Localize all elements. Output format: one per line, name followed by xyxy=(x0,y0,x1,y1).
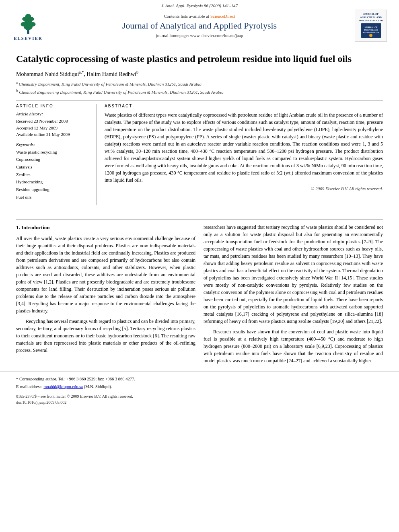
intro-heading: 1. Introduction xyxy=(16,224,195,232)
email-address[interactable]: mnahid@kfupm.edu.sa xyxy=(43,384,83,389)
keyword-2: Coprocessing xyxy=(16,156,92,163)
corresponding-author: * Corresponding author. Tel.: +966 3 860… xyxy=(16,376,383,382)
article-info: ARTICLE INFO Article history: Received 2… xyxy=(16,104,97,205)
affil-b-sup: b xyxy=(16,88,18,92)
intro-para-1: All over the world, waste plastics creat… xyxy=(16,235,195,314)
abstract-title: ABSTRACT xyxy=(105,104,383,108)
affiliations: a Chemistry Department, King Fahd Univer… xyxy=(16,80,383,95)
affil-a-text: Chemistry Department, King Fahd Universi… xyxy=(19,82,202,86)
svg-point-4 xyxy=(21,22,27,27)
body-two-col: 1. Introduction All over the world, wast… xyxy=(0,224,399,368)
svg-point-6 xyxy=(22,17,27,21)
article-title: Catalytic coprocessing of waste plastics… xyxy=(16,53,383,65)
journal-meta-line: J. Anal. Appl. Pyrolysis 86 (2009) 141–1… xyxy=(161,3,238,8)
available-date: Available online 21 May 2009 xyxy=(16,131,92,138)
received-date: Received 23 November 2008 xyxy=(16,118,92,125)
keyword-6: Residue upgrading xyxy=(16,186,92,193)
journal-homepage: journal homepage: www.elsevier.com/locat… xyxy=(52,33,347,38)
abstract-text: Waste plastics of different types were c… xyxy=(105,111,383,184)
sciencedirect-link[interactable]: ScienceDirect xyxy=(210,14,235,18)
right-para-1: researchers have suggested that tertiary… xyxy=(204,224,383,325)
affil-a-sup: a xyxy=(16,80,18,84)
elsevier-text: ELSEVIER xyxy=(14,36,43,41)
article-footer: * Corresponding author. Tel.: +966 3 860… xyxy=(0,372,399,405)
copyright-line: © 2009 Elsevier B.V. All rights reserved… xyxy=(105,186,383,191)
affil-b-text: Chemical Engineering Department, King Fa… xyxy=(19,90,223,94)
journal-logo-right: JOURNAL OF ANALYTICAL AND APPLIED PYROLY… xyxy=(355,10,387,42)
affiliation-a: a Chemistry Department, King Fahd Univer… xyxy=(16,80,383,87)
elsevier-tree-icon xyxy=(16,11,40,35)
journal-header: J. Anal. Appl. Pyrolysis 86 (2009) 141–1… xyxy=(0,0,399,43)
author-a-sup: a,* xyxy=(79,70,84,74)
right-para-2: Research results have shown that the con… xyxy=(204,328,383,364)
article-content: Catalytic coprocessing of waste plastics… xyxy=(0,49,399,213)
two-column-section: ARTICLE INFO Article history: Received 2… xyxy=(16,100,383,205)
history-label: Article history: xyxy=(16,111,92,116)
keyword-5: Hydrocracking xyxy=(16,178,92,186)
corresponding-tel: Tel.: +966 3 860 2529; fax: +966 3 860 4… xyxy=(58,377,135,381)
affiliation-b: b Chemical Engineering Department, King … xyxy=(16,88,383,95)
page-wrapper: J. Anal. Appl. Pyrolysis 86 (2009) 141–1… xyxy=(0,0,399,532)
svg-point-12 xyxy=(369,34,372,37)
article-info-title: ARTICLE INFO xyxy=(16,104,92,108)
body-divider xyxy=(16,219,383,220)
body-left-col: 1. Introduction All over the world, wast… xyxy=(16,224,195,368)
svg-point-5 xyxy=(30,22,36,27)
email-name: (M.N. Siddiqui). xyxy=(84,384,112,389)
keywords-label: Keywords: xyxy=(16,142,92,147)
body-right-col: researchers have suggested that tertiary… xyxy=(204,224,383,368)
doi-line: doi:10.1016/j.jaap.2009.05.002 xyxy=(16,399,133,405)
svg-point-7 xyxy=(30,17,34,21)
email-label: E-mail address: xyxy=(16,384,43,389)
corresponding-label: * Corresponding author. xyxy=(16,377,57,381)
keywords-block: Keywords: Waste plastic recycling Coproc… xyxy=(16,142,92,201)
contents-label: Contents lists available at xyxy=(164,14,209,18)
svg-text:APPLIED PYROLYSIS: APPLIED PYROLYSIS xyxy=(362,31,379,33)
logo-text: JOURNAL OF ANALYTICAL AND APPLIED PYROLY… xyxy=(358,13,383,22)
journal-logo-icon: JOURNAL OF ANALYTICAL AND APPLIED PYROLY… xyxy=(360,23,382,39)
svg-text:ANALYTICAL AND: ANALYTICAL AND xyxy=(364,29,378,31)
abstract-section: ABSTRACT Waste plastics of different typ… xyxy=(105,104,383,205)
issn-line: 0165-2370/$ – see front matter © 2009 El… xyxy=(16,393,133,399)
author-b-sup: b xyxy=(136,70,138,74)
article-history-block: Article history: Received 23 November 20… xyxy=(16,111,92,138)
email-line: E-mail address: mnahid@kfupm.edu.sa (M.N… xyxy=(16,384,383,390)
contents-line: Contents lists available at ScienceDirec… xyxy=(52,14,347,18)
svg-text:JOURNAL OF: JOURNAL OF xyxy=(364,26,377,29)
journal-main-title: Journal of Analytical and Applied Pyroly… xyxy=(52,20,347,32)
keywords-list: Waste plastic recycling Coprocessing Cat… xyxy=(16,148,92,201)
keyword-7: Fuel oils xyxy=(16,193,92,201)
keyword-3: Catalysis xyxy=(16,163,92,171)
keyword-4: Zeolites xyxy=(16,171,92,179)
authors-line: Mohammad Nahid Siddiquia,*, Halim Hamid … xyxy=(16,70,383,78)
keyword-1: Waste plastic recycling xyxy=(16,148,92,156)
footer-issn: 0165-2370/$ – see front matter © 2009 El… xyxy=(16,393,133,405)
intro-para-2: Recycling has several meanings with rega… xyxy=(16,318,195,354)
footer-bottom: 0165-2370/$ – see front matter © 2009 El… xyxy=(16,393,383,405)
accepted-date: Accepted 12 May 2009 xyxy=(16,125,92,131)
elsevier-logo: ELSEVIER xyxy=(12,11,44,41)
journal-title-center: Contents lists available at ScienceDirec… xyxy=(44,14,355,38)
header-content: ELSEVIER Contents lists available at Sci… xyxy=(8,10,391,42)
header-divider xyxy=(8,46,391,46)
